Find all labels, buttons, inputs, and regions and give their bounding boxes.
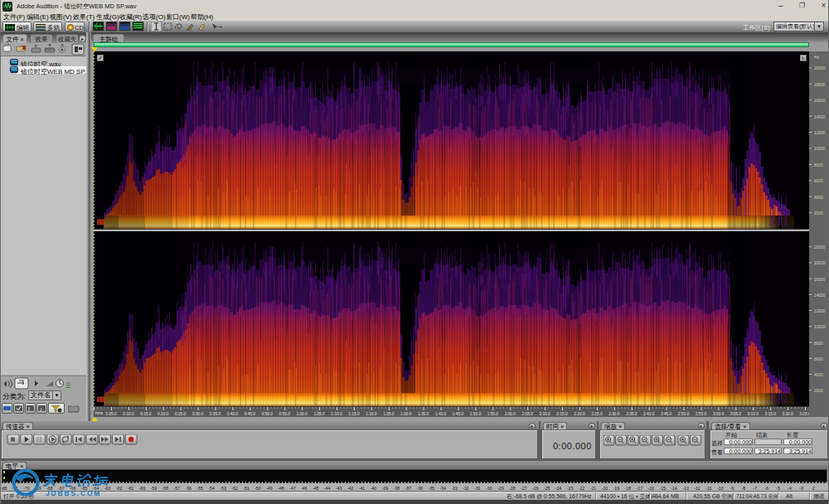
svg-text:1:55.0: 1:55.0 (487, 412, 499, 416)
svg-text:16000: 16000 (814, 277, 826, 282)
svg-text:12000: 12000 (814, 308, 826, 313)
svg-text:2:30.0: 2:30.0 (608, 412, 620, 416)
svg-text:2:55.0: 2:55.0 (696, 412, 707, 416)
svg-text:1:40.0: 1:40.0 (435, 412, 447, 416)
svg-text:2:25.0: 2:25.0 (591, 412, 603, 416)
svg-text:12000: 12000 (814, 130, 826, 135)
svg-text:0:05.0: 0:05.0 (105, 412, 117, 416)
svg-text:8000: 8000 (814, 341, 823, 346)
svg-text:10000: 10000 (814, 146, 826, 151)
svg-text:0:20.0: 0:20.0 (158, 412, 169, 416)
svg-text:3:00.0: 3:00.0 (713, 412, 725, 416)
svg-text:0:45.0: 0:45.0 (245, 412, 256, 416)
svg-text:2000: 2000 (814, 211, 823, 216)
svg-text:18000: 18000 (814, 260, 826, 265)
svg-text:10000: 10000 (814, 324, 826, 329)
svg-text:1:30.0: 1:30.0 (400, 412, 412, 416)
svg-text:14000: 14000 (814, 293, 826, 298)
svg-text:1:25.0: 1:25.0 (383, 412, 395, 416)
svg-text:JDBBS.COM: JDBBS.COM (46, 489, 101, 497)
svg-text:6000: 6000 (814, 178, 823, 183)
svg-text:1:10.0: 1:10.0 (331, 412, 342, 416)
svg-text:14000: 14000 (814, 114, 826, 119)
svg-text:4000: 4000 (814, 195, 823, 200)
svg-text:1:00.0: 1:00.0 (296, 412, 308, 416)
svg-text:1:20.0: 1:20.0 (366, 412, 377, 416)
svg-text:3:15.0: 3:15.0 (765, 412, 777, 416)
svg-text:2:45.0: 2:45.0 (661, 412, 672, 416)
svg-text:16000: 16000 (814, 98, 826, 103)
svg-text:8000: 8000 (814, 162, 823, 167)
svg-text:0:55.0: 0:55.0 (279, 412, 291, 416)
svg-text:2000: 2000 (814, 388, 823, 393)
svg-text:hms: hms (95, 411, 104, 415)
svg-text:♪: ♪ (40, 406, 43, 412)
svg-text:2:40.0: 2:40.0 (643, 412, 655, 416)
svg-text:0:25.0: 0:25.0 (175, 412, 187, 416)
svg-text:2:35.0: 2:35.0 (626, 412, 638, 416)
svg-text:0:50.0: 0:50.0 (262, 412, 274, 416)
svg-text:4000: 4000 (814, 372, 823, 377)
svg-text:1:15.0: 1:15.0 (348, 412, 360, 416)
svg-text:6000: 6000 (814, 356, 823, 361)
svg-text:20000: 20000 (814, 245, 826, 250)
svg-text:0:15.0: 0:15.0 (140, 412, 152, 416)
svg-text:2:10.0: 2:10.0 (539, 412, 550, 416)
svg-text:1:45.0: 1:45.0 (453, 412, 464, 416)
svg-text:I: I (28, 406, 30, 412)
svg-text:Hz: Hz (814, 55, 820, 60)
svg-text:2:00.0: 2:00.0 (505, 412, 516, 416)
svg-text:0:30.0: 0:30.0 (192, 412, 204, 416)
svg-text:1:50.0: 1:50.0 (470, 412, 482, 416)
svg-text:2:05.0: 2:05.0 (522, 412, 534, 416)
svg-text:2:50.0: 2:50.0 (678, 412, 690, 416)
svg-text:18000: 18000 (814, 82, 826, 87)
svg-text:3:05.0: 3:05.0 (730, 412, 742, 416)
svg-text:2:20.0: 2:20.0 (574, 412, 585, 416)
svg-text:3:20.0: 3:20.0 (782, 412, 793, 416)
svg-text:0:10.0: 0:10.0 (123, 412, 134, 416)
svg-text:0: 0 (66, 380, 70, 388)
svg-text:3:25.0: 3:25.0 (799, 412, 809, 416)
svg-text:3:10.0: 3:10.0 (748, 412, 759, 416)
svg-text:2:15.0: 2:15.0 (556, 412, 568, 416)
svg-text:1:35.0: 1:35.0 (418, 412, 429, 416)
svg-text:20000: 20000 (814, 65, 826, 70)
svg-text:0:40.0: 0:40.0 (227, 412, 239, 416)
svg-text:1:05.0: 1:05.0 (313, 412, 325, 416)
svg-text:0:35.0: 0:35.0 (210, 412, 221, 416)
